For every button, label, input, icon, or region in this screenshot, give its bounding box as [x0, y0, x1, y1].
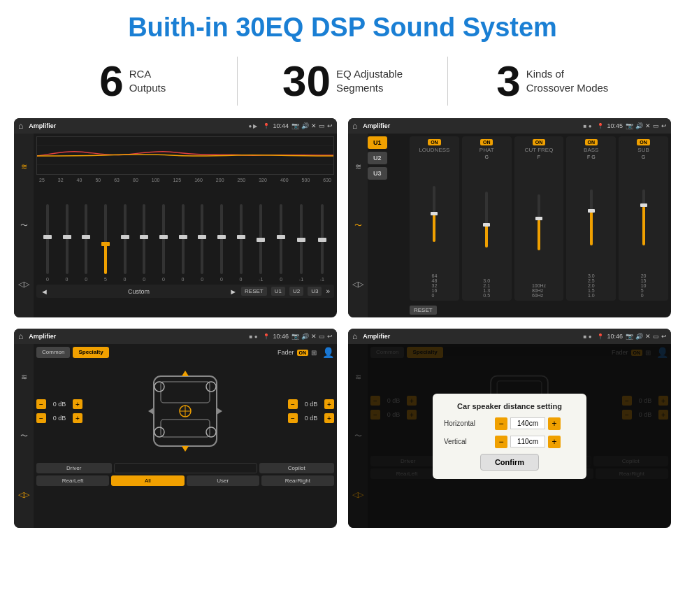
u3-button[interactable]: U3 — [308, 287, 322, 296]
eq-slider-14[interactable]: -1 — [320, 184, 324, 282]
eq-slider-9[interactable]: 0 — [220, 184, 223, 282]
eq-slider-10[interactable]: 0 — [240, 184, 243, 282]
confirm-button[interactable]: Confirm — [480, 454, 539, 471]
eq-slider-13[interactable]: -1 — [299, 184, 303, 282]
vertical-plus-btn[interactable]: + — [548, 436, 561, 448]
back-icon-4[interactable]: ↩ — [661, 333, 667, 340]
eq-slider-11[interactable]: -1 — [259, 184, 263, 282]
u2-button[interactable]: U2 — [289, 287, 303, 296]
eq-slider-7[interactable]: 0 — [182, 184, 185, 282]
fader-sliders-icon[interactable]: ⊞ — [311, 349, 317, 357]
vertical-minus-btn[interactable]: − — [495, 436, 507, 448]
btn-copilot[interactable]: Copilot — [259, 463, 335, 473]
stat-crossover-label: Kinds ofCrossover Modes — [526, 67, 609, 96]
back-icon-2[interactable]: ↩ — [661, 122, 667, 129]
horizontal-plus-btn[interactable]: + — [548, 417, 561, 430]
u2-select-btn[interactable]: U2 — [368, 152, 387, 164]
close-icon-3[interactable]: ✕ — [311, 333, 317, 340]
loudness-on-badge[interactable]: ON — [428, 139, 441, 145]
db-minus-fr[interactable]: − — [288, 399, 298, 409]
wave-icon-3[interactable]: 〜 — [20, 431, 28, 441]
eq-slider-12[interactable]: 0 — [280, 184, 282, 282]
eq-slider-4[interactable]: 0 — [124, 184, 127, 282]
phat-slider[interactable] — [485, 161, 488, 278]
tab-specialty[interactable]: Specialty — [73, 347, 108, 358]
window-icon-2[interactable]: ▭ — [653, 122, 659, 129]
horizontal-value: 140cm — [510, 417, 545, 429]
wave-icon[interactable]: 〜 — [20, 220, 28, 231]
phat-curve: G — [484, 155, 488, 159]
window-icon-4[interactable]: ▭ — [653, 333, 659, 340]
eq-icon-3[interactable]: ≋ — [21, 373, 27, 382]
prev-icon[interactable]: ◄ — [41, 287, 48, 296]
cutfreq-slider-1[interactable] — [538, 161, 540, 283]
db-minus-rl[interactable]: − — [36, 413, 46, 423]
reset-button-crossover[interactable]: RESET — [410, 306, 437, 315]
btn-rearleft[interactable]: RearLeft — [36, 475, 109, 486]
u1-button[interactable]: U1 — [271, 287, 285, 296]
eq-playback: ◄ Custom ► RESET U1 U2 U3 » — [36, 285, 334, 298]
screen-speaker: ⌂ Amplifier ■ ● 📍 10:46 📷 🔊 ✕ ▭ ↩ ≋ 〜 ◁▷… — [14, 329, 337, 528]
speaker-icon-3[interactable]: ◁▷ — [18, 490, 29, 499]
horizontal-minus-btn[interactable]: − — [495, 417, 507, 430]
close-icon-4[interactable]: ✕ — [645, 333, 651, 340]
eq-slider-3[interactable]: 5 — [104, 184, 107, 282]
u1-select-btn[interactable]: U1 — [368, 136, 387, 149]
back-icon-3[interactable]: ↩ — [327, 333, 333, 340]
eq-slider-2[interactable]: 0 — [85, 184, 87, 282]
db-plus-rr[interactable]: + — [324, 413, 334, 423]
screens-grid: ⌂ Amplifier ● ▶ 📍 10:44 📷 🔊 ✕ ▭ ↩ ≋ 〜 ◁▷ — [0, 115, 685, 535]
speaker-position-buttons: Driver Copilot — [36, 463, 334, 473]
close-icon-2[interactable]: ✕ — [645, 122, 651, 129]
reset-button-eq[interactable]: RESET — [241, 287, 267, 296]
db-minus-fl[interactable]: − — [36, 399, 46, 409]
topbar-crossover: ⌂ Amplifier ■ ● 📍 10:45 📷 🔊 ✕ ▭ ↩ — [348, 118, 671, 134]
db-plus-rl[interactable]: + — [73, 413, 82, 423]
speaker-icon-2[interactable]: ◁▷ — [352, 280, 363, 289]
db-plus-fl[interactable]: + — [73, 399, 82, 409]
eq-slider-6[interactable]: 0 — [162, 184, 165, 282]
db-minus-rr[interactable]: − — [288, 413, 298, 423]
eq-icon[interactable]: ≋ — [21, 162, 27, 171]
expand-icon[interactable]: » — [326, 287, 330, 295]
btn-all[interactable]: All — [111, 475, 184, 486]
sub-label: SUB — [637, 147, 649, 153]
btn-rearright[interactable]: RearRight — [261, 475, 334, 486]
db-val-rr: 0 dB — [301, 415, 322, 422]
home-icon-4[interactable]: ⌂ — [352, 331, 357, 341]
u3-select-btn[interactable]: U3 — [368, 167, 387, 180]
eq-slider-0[interactable]: 0 — [46, 184, 49, 282]
vertical-stepper[interactable]: − 110cm + — [495, 436, 561, 448]
eq-icon-2[interactable]: ≋ — [355, 162, 361, 171]
sub-on-badge[interactable]: ON — [637, 139, 650, 145]
next-icon[interactable]: ► — [229, 287, 237, 296]
eq-slider-5[interactable]: 0 — [143, 184, 145, 282]
window-icon-1[interactable]: ▭ — [319, 122, 325, 129]
eq-slider-1[interactable]: 0 — [66, 184, 68, 282]
bass-slider[interactable] — [590, 161, 593, 273]
sub-slider[interactable] — [642, 161, 645, 273]
cutfreq-labels: F — [538, 155, 540, 159]
back-icon-1[interactable]: ↩ — [327, 122, 333, 129]
fader-on-badge[interactable]: ON — [297, 350, 309, 356]
wave-icon-2[interactable]: 〜 — [354, 220, 362, 231]
home-icon-2[interactable]: ⌂ — [352, 121, 357, 131]
eq-slider-8[interactable]: 0 — [201, 184, 203, 282]
fader-control: Fader ON ⊞ — [112, 347, 317, 358]
btn-driver[interactable]: Driver — [36, 463, 112, 473]
cutfreq-on-badge[interactable]: ON — [533, 139, 546, 145]
topbar-dialog: ⌂ Amplifier ■ ● 📍 10:46 📷 🔊 ✕ ▭ ↩ — [348, 329, 671, 344]
tab-common[interactable]: Common — [36, 347, 70, 358]
bass-on-badge[interactable]: ON — [585, 139, 598, 145]
loudness-slider[interactable] — [433, 155, 435, 273]
home-icon-3[interactable]: ⌂ — [18, 331, 23, 341]
close-icon-1[interactable]: ✕ — [311, 122, 317, 129]
db-plus-fr[interactable]: + — [324, 399, 334, 409]
speaker-icon[interactable]: ◁▷ — [18, 280, 29, 289]
person-icon[interactable]: 👤 — [322, 347, 334, 358]
btn-user[interactable]: User — [187, 475, 259, 486]
horizontal-stepper[interactable]: − 140cm + — [495, 417, 561, 430]
window-icon-3[interactable]: ▭ — [319, 333, 325, 340]
home-icon[interactable]: ⌂ — [18, 121, 23, 131]
phat-on-badge[interactable]: ON — [480, 139, 493, 145]
